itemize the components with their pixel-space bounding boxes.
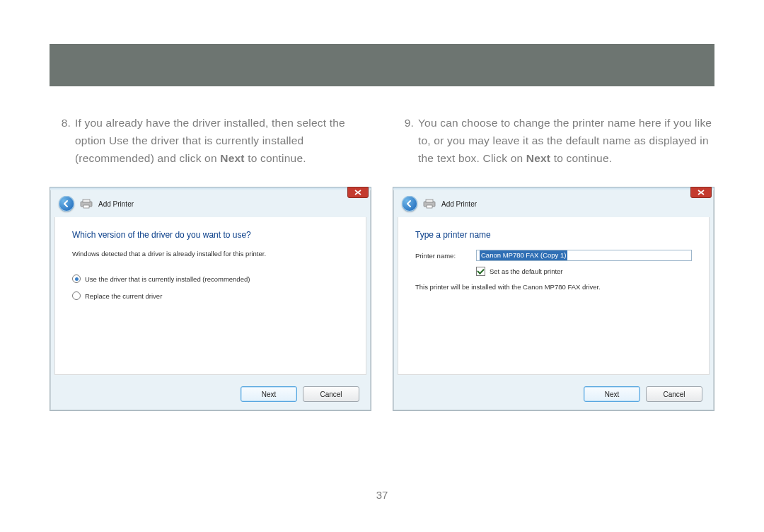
printer-icon <box>80 199 93 209</box>
radio-replace[interactable]: Replace the current driver <box>72 291 349 300</box>
step-number: 8. <box>50 115 75 167</box>
dialog-heading: Which version of the driver do you want … <box>72 230 349 240</box>
back-arrow-icon <box>405 200 414 208</box>
printer-name-value: Canon MP780 FAX (Copy 1) <box>480 250 567 260</box>
dialog-header: Add Printer <box>50 190 371 217</box>
printer-name-input[interactable]: Canon MP780 FAX (Copy 1) <box>476 250 692 261</box>
close-button[interactable] <box>347 187 369 198</box>
printer-icon <box>423 199 436 209</box>
step-number: 9. <box>393 115 418 167</box>
back-arrow-icon <box>62 200 71 208</box>
step-text-part2: to continue. <box>245 152 306 164</box>
svg-rect-5 <box>427 205 432 208</box>
header-banner <box>50 44 714 86</box>
dialog-description: Windows detected that a driver is alread… <box>72 250 349 258</box>
dialog-printer-name: Add Printer Type a printer name Printer … <box>393 187 714 411</box>
close-button[interactable] <box>690 187 712 198</box>
svg-rect-4 <box>426 200 433 202</box>
cancel-button[interactable]: Cancel <box>646 386 702 402</box>
dialog-body: Which version of the driver do you want … <box>54 217 366 375</box>
close-icon <box>698 190 705 195</box>
step-9: 9. You can choose to change the printer … <box>393 115 714 167</box>
radio-use-current[interactable]: Use the driver that is currently install… <box>72 274 349 283</box>
dialog-title: Add Printer <box>441 200 477 208</box>
step-text: You can choose to change the printer nam… <box>418 115 714 167</box>
step-text-bold: Next <box>220 152 244 164</box>
checkbox-label: Set as the default printer <box>490 267 563 275</box>
dialog-driver-version: Add Printer Which version of the driver … <box>50 187 371 411</box>
next-button[interactable]: Next <box>584 386 640 402</box>
left-column: 8. If you already have the driver instal… <box>50 115 371 411</box>
document-page: 8. If you already have the driver instal… <box>0 0 764 532</box>
content-columns: 8. If you already have the driver instal… <box>50 115 714 411</box>
checkbox-icon <box>476 267 485 276</box>
page-number: 37 <box>0 489 764 501</box>
step-text-bold: Next <box>526 152 550 164</box>
dialog-footer: Next Cancel <box>393 379 714 410</box>
step-8: 8. If you already have the driver instal… <box>50 115 371 167</box>
dialog-heading: Type a printer name <box>415 230 692 240</box>
dialog-footer: Next Cancel <box>50 379 371 410</box>
printer-name-row: Printer name: Canon MP780 FAX (Copy 1) <box>415 250 692 261</box>
back-button[interactable] <box>402 196 417 212</box>
right-column: 9. You can choose to change the printer … <box>393 115 714 411</box>
back-button[interactable] <box>59 196 74 212</box>
dialog-titlebar <box>393 187 714 190</box>
dialog-body: Type a printer name Printer name: Canon … <box>398 217 710 375</box>
radio-icon <box>72 274 81 283</box>
svg-rect-1 <box>83 200 90 202</box>
next-button[interactable]: Next <box>241 386 297 402</box>
radio-label: Use the driver that is currently install… <box>85 275 250 283</box>
printer-name-label: Printer name: <box>415 252 465 260</box>
radio-icon <box>72 291 81 300</box>
svg-rect-2 <box>83 205 89 208</box>
default-printer-checkbox[interactable]: Set as the default printer <box>476 267 692 276</box>
dialog-titlebar <box>50 187 371 190</box>
close-icon <box>354 190 361 195</box>
cancel-button[interactable]: Cancel <box>303 386 359 402</box>
radio-label: Replace the current driver <box>85 292 162 300</box>
install-note: This printer will be installed with the … <box>415 283 692 291</box>
dialog-header: Add Printer <box>393 190 714 217</box>
step-text-part2: to continue. <box>550 152 612 164</box>
step-text: If you already have the driver installed… <box>75 115 371 167</box>
dialog-title: Add Printer <box>98 200 134 208</box>
